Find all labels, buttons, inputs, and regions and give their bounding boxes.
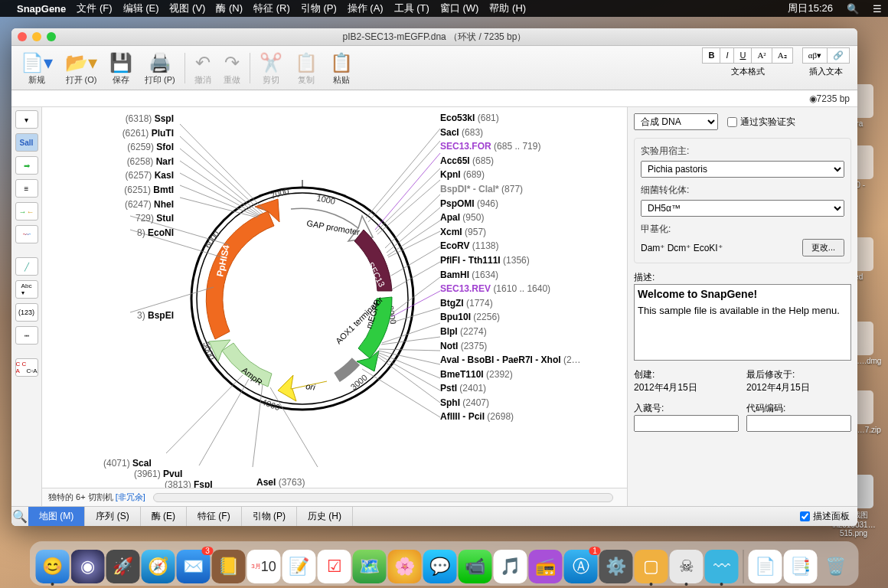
lt-wave[interactable]: 〰 — [15, 225, 38, 243]
redo-button[interactable]: ↷重做 — [217, 47, 246, 89]
cutters-tab[interactable]: 独特的 6+ 切割机 — [48, 492, 113, 503]
zoom-button[interactable] — [47, 32, 56, 41]
code-input[interactable] — [746, 415, 851, 432]
dock-itunes[interactable]: 🎵 — [494, 550, 527, 583]
close-button[interactable] — [18, 32, 27, 41]
menu-enzyme[interactable]: 酶 (N) — [216, 2, 243, 15]
dock-app2[interactable]: ☠ — [670, 550, 704, 583]
redundancy-toggle[interactable]: [非冗余] — [116, 492, 145, 503]
menu-primers[interactable]: 引物 (P) — [301, 2, 337, 15]
svg-line-12 — [375, 153, 440, 230]
dock-doc2[interactable]: 📑 — [784, 550, 818, 583]
transform-select[interactable]: DH5α™ — [641, 200, 844, 217]
svg-line-37 — [180, 185, 258, 217]
tab-map[interactable]: 地图 (M) — [28, 507, 85, 526]
lt-primers[interactable]: →← — [15, 202, 38, 220]
bold-button[interactable]: B — [702, 47, 720, 64]
undo-button[interactable]: ↶撤消 — [188, 47, 217, 89]
dock-doc1[interactable]: 📄 — [749, 550, 782, 583]
dock-maps[interactable]: 🗺️ — [353, 550, 387, 583]
greek-button[interactable]: αβ▾ — [802, 47, 828, 64]
tab-primers[interactable]: 引物 (P) — [242, 507, 297, 526]
dock-safari[interactable]: 🧭 — [142, 550, 175, 583]
window-titlebar[interactable]: pIB2-SEC13-mEGFP.dna （环状 / 7235 bp） — [11, 28, 857, 46]
menu-edit[interactable]: 编辑 (E) — [123, 2, 159, 15]
tab-sequence[interactable]: 序列 (S) — [85, 507, 140, 526]
dock-appstore[interactable]: Ⓐ1 — [564, 550, 598, 583]
tab-features[interactable]: 特征 (F) — [187, 507, 242, 526]
subscript-button[interactable]: A₂ — [772, 47, 793, 64]
italic-button[interactable]: I — [720, 47, 734, 64]
control-center-icon[interactable]: ☰ — [873, 3, 882, 15]
svg-line-32 — [180, 124, 266, 211]
dock-siri[interactable]: ◉ — [71, 550, 105, 583]
svg-line-43 — [199, 379, 249, 466]
underline-button[interactable]: U — [734, 47, 752, 64]
lt-ruler[interactable]: ┉ — [15, 326, 38, 345]
menu-features[interactable]: 特征 (R) — [253, 2, 290, 15]
menu-view[interactable]: 视图 (V) — [169, 2, 205, 15]
lt-abc[interactable]: Abc▾ — [15, 280, 38, 299]
plasmid-map[interactable]: 1000 2000 3000 4000 5000 6000 7000 GAP p… — [42, 107, 628, 506]
dock-messages[interactable]: 💬 — [423, 550, 457, 583]
accession-label: 入藏号: — [634, 403, 664, 413]
enzyme-list-right: Eco53kI (681)SacI (683)SEC13.FOR (685 ..… — [440, 111, 581, 424]
print-button[interactable]: 🖨️打印 (P) — [139, 47, 181, 89]
desc-body[interactable]: This sample file is available in the Hel… — [638, 305, 847, 316]
link-button[interactable]: 🔗 — [828, 47, 850, 64]
tab-enzymes[interactable]: 酶 (E) — [141, 507, 187, 526]
menu-tools[interactable]: 工具 (T) — [394, 2, 429, 15]
cut-button[interactable]: ✂️剪切 — [253, 47, 289, 89]
search-icon[interactable]: 🔍 — [11, 509, 28, 524]
copy-button[interactable]: 📋复制 — [289, 47, 324, 89]
open-button[interactable]: 📂▾打开 (O) — [59, 47, 103, 89]
spotlight-icon[interactable]: 🔍 — [847, 3, 859, 15]
lt-arrow[interactable]: ▾ — [15, 110, 38, 129]
dna-type-select[interactable]: 合成 DNA — [634, 113, 718, 130]
app-menu[interactable]: SnapGene — [17, 3, 66, 15]
dock-launchpad[interactable]: 🚀 — [106, 550, 140, 583]
svg-line-34 — [180, 149, 261, 214]
clock[interactable]: 周日15:26 — [788, 2, 833, 15]
verified-label: 通过实验证实 — [740, 116, 795, 129]
menu-file[interactable]: 文件 (F) — [77, 2, 112, 15]
lt-align[interactable]: ≡ — [15, 179, 38, 198]
dock-podcasts[interactable]: 📻 — [529, 550, 563, 583]
dock-notes[interactable]: 📝 — [282, 550, 316, 583]
status-row: ◉ 7235 bp — [11, 90, 857, 107]
dock-app3[interactable]: 〰 — [705, 550, 739, 583]
menu-help[interactable]: 帮助 (H) — [489, 2, 526, 15]
new-button[interactable]: 📄▾新规 — [15, 47, 59, 89]
dock-mail[interactable]: ✉️3 — [177, 550, 211, 583]
dock-finder[interactable]: 😊 — [36, 550, 70, 583]
desc-heading[interactable]: Welcome to SnapGene! — [638, 288, 847, 300]
menu-window[interactable]: 窗口 (W) — [440, 2, 479, 15]
desc-panel-checkbox[interactable] — [800, 511, 810, 521]
dock-contacts[interactable]: 📒 — [212, 550, 246, 583]
window-title: pIB2-SEC13-mEGFP.dna （环状 / 7235 bp） — [11, 31, 857, 44]
change-methyl-button[interactable]: 更改... — [802, 239, 844, 256]
paste-button[interactable]: 📋粘贴 — [324, 47, 359, 89]
lt-selection[interactable]: SalI — [15, 133, 38, 152]
accession-input[interactable] — [634, 415, 739, 432]
tab-history[interactable]: 历史 (H) — [297, 507, 353, 526]
dock-facetime[interactable]: 📹 — [459, 550, 492, 583]
svg-line-28 — [377, 352, 440, 378]
lt-probe[interactable]: ╱ — [15, 257, 38, 276]
dock-reminders[interactable]: ☑ — [318, 550, 351, 583]
host-select[interactable]: Pichia pastoris — [641, 161, 844, 178]
minimize-button[interactable] — [32, 32, 41, 41]
lt-translate[interactable]: C C AC▫A — [15, 358, 38, 377]
superscript-button[interactable]: A² — [752, 47, 772, 64]
dock-trash[interactable]: 🗑️ — [819, 550, 853, 583]
lt-pos[interactable]: (123) — [15, 303, 38, 322]
dock-photos[interactable]: 🌸 — [388, 550, 422, 583]
lt-feature-arrow[interactable]: ➡ — [15, 156, 38, 175]
verified-checkbox[interactable] — [727, 117, 737, 127]
scrollbar[interactable] — [153, 493, 613, 502]
menu-actions[interactable]: 操作 (A) — [348, 2, 384, 15]
dock-sysprefs[interactable]: ⚙️ — [599, 550, 633, 583]
dock-app1[interactable]: ▢ — [635, 550, 668, 583]
save-button[interactable]: 💾保存 — [103, 47, 139, 89]
dock-calendar[interactable]: 3月10 — [247, 550, 281, 583]
